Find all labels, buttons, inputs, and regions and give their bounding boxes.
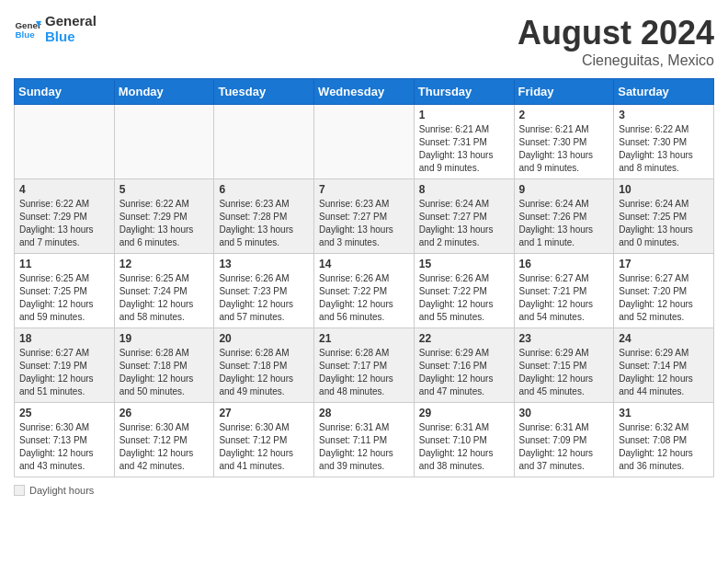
day-cell: 31Sunrise: 6:32 AM Sunset: 7:08 PM Dayli… [614,403,714,477]
day-number: 8 [419,183,509,196]
day-number: 28 [319,407,409,419]
calendar-table: SundayMondayTuesdayWednesdayThursdayFrid… [14,78,714,477]
day-cell: 21Sunrise: 6:28 AM Sunset: 7:17 PM Dayli… [314,328,415,403]
day-cell: 9Sunrise: 6:24 AM Sunset: 7:26 PM Daylig… [514,179,614,254]
location-subtitle: Cieneguitas, Mexico [518,52,714,69]
day-info: Sunrise: 6:32 AM Sunset: 7:08 PM Dayligh… [619,421,709,473]
day-number: 13 [219,258,309,270]
day-info: Sunrise: 6:30 AM Sunset: 7:13 PM Dayligh… [19,421,109,473]
day-cell [214,105,314,179]
day-cell: 2Sunrise: 6:21 AM Sunset: 7:30 PM Daylig… [514,105,614,179]
day-info: Sunrise: 6:25 AM Sunset: 7:25 PM Dayligh… [19,272,109,324]
day-cell: 14Sunrise: 6:26 AM Sunset: 7:22 PM Dayli… [314,254,415,328]
day-number: 23 [519,332,609,345]
day-cell: 4Sunrise: 6:22 AM Sunset: 7:29 PM Daylig… [15,179,115,254]
day-cell [114,105,214,179]
week-row-1: 1Sunrise: 6:21 AM Sunset: 7:31 PM Daylig… [15,105,714,179]
week-row-3: 11Sunrise: 6:25 AM Sunset: 7:25 PM Dayli… [15,254,714,328]
day-info: Sunrise: 6:31 AM Sunset: 7:09 PM Dayligh… [519,421,609,473]
day-number: 15 [419,258,509,270]
day-number: 5 [119,183,210,196]
col-header-saturday: Saturday [614,79,714,105]
day-number: 4 [19,183,109,196]
day-number: 11 [19,258,109,270]
day-cell: 23Sunrise: 6:29 AM Sunset: 7:15 PM Dayli… [514,328,614,403]
day-info: Sunrise: 6:21 AM Sunset: 7:30 PM Dayligh… [519,123,609,175]
day-info: Sunrise: 6:22 AM Sunset: 7:29 PM Dayligh… [19,198,109,249]
day-number: 25 [19,407,109,419]
day-number: 3 [619,109,709,121]
day-number: 16 [519,258,609,270]
day-cell: 26Sunrise: 6:30 AM Sunset: 7:12 PM Dayli… [114,403,214,477]
day-cell: 1Sunrise: 6:21 AM Sunset: 7:31 PM Daylig… [414,105,514,179]
day-number: 19 [119,332,210,345]
calendar-footer: Daylight hours [14,485,714,498]
col-header-friday: Friday [514,79,614,105]
week-row-5: 25Sunrise: 6:30 AM Sunset: 7:13 PM Dayli… [15,403,714,477]
day-info: Sunrise: 6:23 AM Sunset: 7:28 PM Dayligh… [219,198,309,249]
day-info: Sunrise: 6:26 AM Sunset: 7:22 PM Dayligh… [319,272,409,324]
day-cell: 29Sunrise: 6:31 AM Sunset: 7:10 PM Dayli… [414,403,514,477]
day-info: Sunrise: 6:29 AM Sunset: 7:16 PM Dayligh… [419,347,509,398]
day-cell: 27Sunrise: 6:30 AM Sunset: 7:12 PM Dayli… [214,403,314,477]
day-cell [15,105,115,179]
day-cell: 19Sunrise: 6:28 AM Sunset: 7:18 PM Dayli… [114,328,214,403]
day-number: 2 [519,109,609,121]
svg-text:Blue: Blue [16,29,36,40]
day-number: 27 [219,407,309,419]
day-info: Sunrise: 6:28 AM Sunset: 7:17 PM Dayligh… [319,347,409,398]
daylight-swatch [14,485,25,496]
day-cell: 30Sunrise: 6:31 AM Sunset: 7:09 PM Dayli… [514,403,614,477]
day-number: 12 [119,258,210,270]
day-cell: 18Sunrise: 6:27 AM Sunset: 7:19 PM Dayli… [15,328,115,403]
day-info: Sunrise: 6:29 AM Sunset: 7:15 PM Dayligh… [519,347,609,398]
day-number: 10 [619,183,709,196]
day-cell: 6Sunrise: 6:23 AM Sunset: 7:28 PM Daylig… [214,179,314,254]
day-number: 22 [419,332,509,345]
day-info: Sunrise: 6:28 AM Sunset: 7:18 PM Dayligh… [119,347,210,398]
day-cell: 15Sunrise: 6:26 AM Sunset: 7:22 PM Dayli… [414,254,514,328]
day-number: 21 [319,332,409,345]
day-info: Sunrise: 6:30 AM Sunset: 7:12 PM Dayligh… [219,421,309,473]
day-cell: 20Sunrise: 6:28 AM Sunset: 7:18 PM Dayli… [214,328,314,403]
day-number: 14 [319,258,409,270]
page-header: General Blue General Blue August 2024 Ci… [14,14,714,69]
day-info: Sunrise: 6:26 AM Sunset: 7:22 PM Dayligh… [419,272,509,324]
week-row-4: 18Sunrise: 6:27 AM Sunset: 7:19 PM Dayli… [15,328,714,403]
day-cell: 24Sunrise: 6:29 AM Sunset: 7:14 PM Dayli… [614,328,714,403]
logo-text: General Blue [45,14,97,44]
day-cell [314,105,415,179]
day-info: Sunrise: 6:21 AM Sunset: 7:31 PM Dayligh… [419,123,509,175]
day-number: 17 [619,258,709,270]
daylight-label: Daylight hours [29,485,94,496]
day-info: Sunrise: 6:30 AM Sunset: 7:12 PM Dayligh… [119,421,210,473]
day-number: 20 [219,332,309,345]
col-header-sunday: Sunday [15,79,115,105]
day-cell: 12Sunrise: 6:25 AM Sunset: 7:24 PM Dayli… [114,254,214,328]
col-header-monday: Monday [114,79,214,105]
title-block: August 2024 Cieneguitas, Mexico [518,14,714,69]
day-number: 26 [119,407,210,419]
day-number: 6 [219,183,309,196]
day-info: Sunrise: 6:31 AM Sunset: 7:10 PM Dayligh… [419,421,509,473]
day-info: Sunrise: 6:27 AM Sunset: 7:21 PM Dayligh… [519,272,609,324]
day-number: 24 [619,332,709,345]
day-info: Sunrise: 6:28 AM Sunset: 7:18 PM Dayligh… [219,347,309,398]
logo-icon: General Blue [14,16,41,43]
day-cell: 5Sunrise: 6:22 AM Sunset: 7:29 PM Daylig… [114,179,214,254]
day-info: Sunrise: 6:24 AM Sunset: 7:25 PM Dayligh… [619,198,709,249]
day-cell: 17Sunrise: 6:27 AM Sunset: 7:20 PM Dayli… [614,254,714,328]
day-number: 7 [319,183,409,196]
month-year-title: August 2024 [518,14,714,52]
day-number: 18 [19,332,109,345]
day-cell: 3Sunrise: 6:22 AM Sunset: 7:30 PM Daylig… [614,105,714,179]
day-info: Sunrise: 6:27 AM Sunset: 7:19 PM Dayligh… [19,347,109,398]
day-cell: 7Sunrise: 6:23 AM Sunset: 7:27 PM Daylig… [314,179,415,254]
day-cell: 22Sunrise: 6:29 AM Sunset: 7:16 PM Dayli… [414,328,514,403]
week-row-2: 4Sunrise: 6:22 AM Sunset: 7:29 PM Daylig… [15,179,714,254]
day-number: 29 [419,407,509,419]
day-cell: 10Sunrise: 6:24 AM Sunset: 7:25 PM Dayli… [614,179,714,254]
col-header-thursday: Thursday [414,79,514,105]
day-info: Sunrise: 6:29 AM Sunset: 7:14 PM Dayligh… [619,347,709,398]
day-cell: 25Sunrise: 6:30 AM Sunset: 7:13 PM Dayli… [15,403,115,477]
